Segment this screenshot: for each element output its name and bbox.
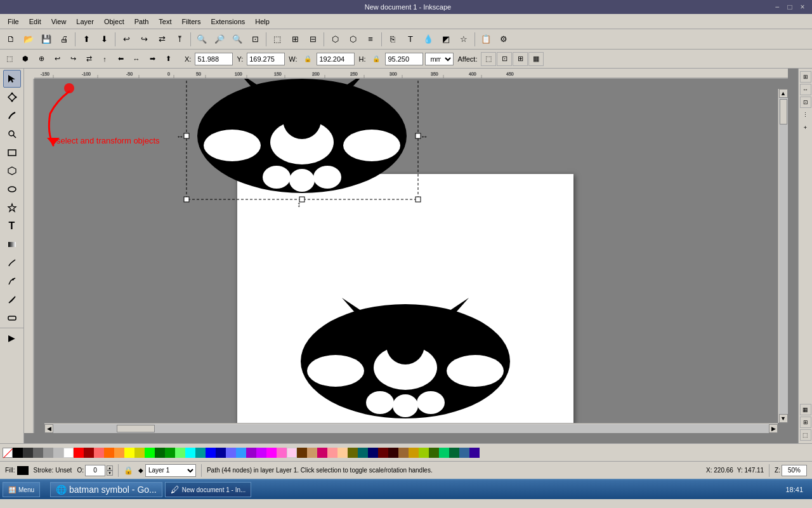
- scroll-track-v[interactable]: [779, 98, 788, 414]
- color-dark-gray[interactable]: [23, 448, 33, 458]
- menu-view[interactable]: View: [46, 17, 72, 27]
- color-blue[interactable]: [206, 448, 216, 458]
- scroll-thumb-h[interactable]: [117, 425, 155, 432]
- scroll-up-button[interactable]: ▲: [779, 89, 788, 98]
- color-brown[interactable]: [297, 448, 307, 458]
- save-button[interactable]: 💾: [38, 32, 55, 47]
- snap-icon-6[interactable]: ▦: [800, 404, 811, 415]
- color-orange[interactable]: [104, 448, 114, 458]
- scroll-down-button[interactable]: ▼: [779, 414, 788, 423]
- color-sky-blue[interactable]: [236, 448, 246, 458]
- layer-select[interactable]: Layer 1: [145, 464, 196, 477]
- taskbar-item-browser[interactable]: 🌐 batman symbol - Go...: [50, 482, 162, 497]
- zoom-fit-button[interactable]: ⊡: [247, 32, 263, 47]
- threed-box-tool[interactable]: [3, 162, 21, 180]
- color-red[interactable]: [74, 448, 84, 458]
- color-light-gray[interactable]: [43, 448, 53, 458]
- fill-color-box[interactable]: [17, 466, 29, 475]
- select-all-button[interactable]: ⬚: [269, 32, 285, 47]
- pen-tool[interactable]: [3, 272, 21, 290]
- color-light-blue[interactable]: [226, 448, 236, 458]
- text-tool-button[interactable]: T: [402, 32, 419, 47]
- maximize-button[interactable]: □: [785, 3, 794, 11]
- xml-button[interactable]: ⎘: [384, 32, 401, 47]
- color-navy[interactable]: [368, 448, 378, 458]
- node-button[interactable]: ⬡: [327, 32, 343, 47]
- document-properties[interactable]: 📋: [478, 32, 494, 47]
- snap-center[interactable]: ⊕: [34, 52, 48, 66]
- ungroup-button[interactable]: ⊟: [304, 32, 321, 47]
- snap-icon-2[interactable]: ↔: [800, 84, 811, 95]
- import-button[interactable]: ⬆: [78, 32, 95, 47]
- align-top-btn[interactable]: ⬆: [161, 52, 175, 66]
- calligraphy-tool[interactable]: [3, 291, 21, 309]
- fill-stroke-button[interactable]: ◩: [438, 32, 454, 47]
- snap-icon-4[interactable]: ⋮: [800, 109, 811, 121]
- scroll-right-button[interactable]: ▶: [769, 424, 778, 433]
- titlebar-controls[interactable]: − □ ×: [773, 3, 807, 11]
- close-button[interactable]: ×: [798, 3, 807, 11]
- opacity-input[interactable]: [85, 465, 105, 476]
- menu-text[interactable]: Text: [154, 17, 176, 27]
- pencil-tool[interactable]: [3, 254, 21, 272]
- print-button[interactable]: 🖨: [56, 32, 72, 47]
- select-tool[interactable]: [3, 70, 21, 88]
- menu-filters[interactable]: Filters: [177, 17, 206, 27]
- export-button[interactable]: ⬇: [96, 32, 112, 47]
- ellipse-tool[interactable]: [3, 180, 21, 198]
- color-dark-cyan[interactable]: [195, 448, 206, 458]
- color-gray[interactable]: [33, 448, 43, 458]
- color-light-green[interactable]: [175, 448, 185, 458]
- unit-select[interactable]: mmpxcmin: [425, 53, 454, 65]
- star-tool[interactable]: [3, 199, 21, 217]
- color-maroon[interactable]: [378, 448, 388, 458]
- menu-path[interactable]: Path: [129, 17, 154, 27]
- lock-ratio-icon[interactable]: 🔒: [301, 52, 315, 66]
- color-salmon[interactable]: [327, 448, 337, 458]
- zoom-in-button[interactable]: 🔎: [211, 32, 228, 47]
- snap-icon-5[interactable]: +: [800, 122, 811, 133]
- color-dark-green[interactable]: [155, 448, 165, 458]
- affect-move-patterns[interactable]: ⊞: [513, 52, 528, 66]
- zoom-select-button[interactable]: 🔍: [193, 32, 210, 47]
- snap-icon-7[interactable]: ⊞: [800, 417, 811, 428]
- taskbar-item-inkscape[interactable]: 🖊 New document 1 - In...: [165, 482, 252, 497]
- color-green[interactable]: [145, 448, 155, 458]
- menu-edit[interactable]: Edit: [24, 17, 46, 27]
- color-peach[interactable]: [337, 448, 348, 458]
- zoom-input[interactable]: [782, 465, 807, 476]
- preferences-button[interactable]: ⚙: [495, 32, 512, 47]
- color-bronze[interactable]: [398, 448, 409, 458]
- w-input[interactable]: [317, 53, 355, 65]
- color-gold[interactable]: [409, 448, 419, 458]
- transform-button[interactable]: ⬡: [344, 32, 361, 47]
- color-steel[interactable]: [459, 448, 469, 458]
- color-white[interactable]: [63, 448, 74, 458]
- color-black[interactable]: [13, 448, 23, 458]
- color-sea[interactable]: [449, 448, 459, 458]
- opacity-up[interactable]: ▲: [107, 465, 113, 471]
- text-tool[interactable]: T: [3, 217, 21, 235]
- symbol-button[interactable]: ☆: [455, 32, 472, 47]
- color-dark-brown[interactable]: [388, 448, 398, 458]
- align-left-btn[interactable]: ⬅: [114, 52, 128, 66]
- scroll-left-button[interactable]: ◀: [44, 424, 53, 433]
- opacity-down[interactable]: ▼: [107, 471, 113, 476]
- minimize-button[interactable]: −: [773, 3, 782, 11]
- h-input[interactable]: [385, 53, 423, 65]
- color-mid-green[interactable]: [165, 448, 175, 458]
- no-color-swatch[interactable]: [3, 448, 13, 458]
- snap-icon-3[interactable]: ⊡: [800, 97, 811, 108]
- redo-button[interactable]: ↪: [136, 32, 152, 47]
- canvas-area[interactable]: -150 -100 -50 0 50 100 150 200 2: [24, 69, 798, 443]
- snap-flip[interactable]: ⇄: [82, 52, 96, 66]
- color-forest[interactable]: [429, 448, 439, 458]
- snap-raise[interactable]: ↑: [98, 52, 112, 66]
- color-dark-red[interactable]: [84, 448, 94, 458]
- color-tan[interactable]: [307, 448, 317, 458]
- color-dark-yellow[interactable]: [134, 448, 145, 458]
- affect-move-gradients[interactable]: ▦: [528, 52, 544, 66]
- menu-layer[interactable]: Layer: [71, 17, 99, 27]
- snap-nodes[interactable]: ⬢: [18, 52, 32, 66]
- affect-scale-stroke[interactable]: ⬚: [481, 52, 496, 66]
